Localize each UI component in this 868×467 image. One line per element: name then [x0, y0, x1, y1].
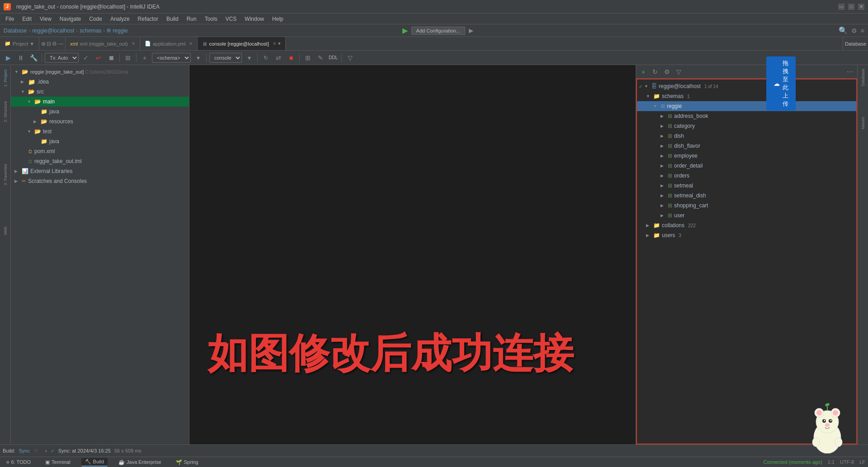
menu-window[interactable]: Window [241, 15, 268, 23]
tree-item-pom[interactable]: 🗋 pom.xml [11, 146, 189, 156]
db-settings-button[interactable]: ⚙ [661, 66, 672, 77]
status-tab-terminal[interactable]: ▣ Terminal [42, 458, 74, 466]
console-arrow[interactable]: ▾ [244, 52, 255, 63]
db-item-users[interactable]: ▶ 📁 users 3 [637, 230, 856, 240]
add-row-button[interactable]: + [139, 52, 150, 63]
menu-vcs[interactable]: VCS [222, 15, 241, 23]
menu-navigate[interactable]: Navigate [56, 15, 85, 23]
tree-item-resources[interactable]: ▶ 📂 resources [11, 117, 189, 126]
stop-red-button[interactable]: ■ [286, 52, 297, 63]
schema-dropdown[interactable]: <schema> [152, 53, 191, 63]
tree-item-iml[interactable]: 🗋 reggie_take_out.iml [11, 156, 189, 166]
status-tab-java-enterprise[interactable]: ☕ Java Enterprise [115, 458, 165, 466]
db-add-button[interactable]: + [638, 66, 649, 77]
sync-button[interactable]: ⇄ [273, 52, 284, 63]
tx-dropdown[interactable]: Tx: Auto [45, 53, 79, 63]
breadcrumb-database[interactable]: Database [4, 28, 27, 34]
gutter-favorites-tab[interactable]: 2: Favorites [2, 161, 9, 188]
db-item-setmeal[interactable]: ▶ ⊞ setmeal [637, 181, 856, 191]
breadcrumb-reggie[interactable]: reggie [113, 28, 127, 34]
stop-button[interactable]: ⏸ [15, 52, 26, 63]
db-item-address-book[interactable]: ▶ ⊞ address_book [637, 111, 856, 121]
commit-button[interactable]: ✓ [80, 52, 91, 63]
menu-analyze[interactable]: Analyze [107, 15, 133, 23]
edit-button[interactable]: ✎ [315, 52, 326, 63]
tree-item-reggie-root[interactable]: ▼ 📂 reggie [reggie_take_out] C:\Users\29… [11, 67, 189, 77]
db-item-schemas[interactable]: ▼ 📁 schemas 1 [637, 91, 856, 101]
breadcrumb-schemas[interactable]: schemas [80, 28, 101, 34]
yml-tab-close[interactable]: ✕ [189, 41, 193, 46]
collapse-btn[interactable]: › [45, 448, 47, 453]
status-tab-todo[interactable]: ≡ 6: TODO [3, 458, 34, 466]
tab-yml[interactable]: 📄 application.yml ✕ [140, 37, 198, 50]
table-button[interactable]: ⊞ [302, 52, 313, 63]
gutter-web-tab[interactable]: Web [2, 224, 9, 238]
gutter-structure-tab[interactable]: 2: Structure [2, 98, 9, 125]
tab-xml[interactable]: xml xml (reggie_take_out) ✕ [66, 37, 140, 50]
more-icon[interactable]: ▶ [469, 27, 473, 34]
console-tab-close[interactable]: ✕ [273, 41, 276, 46]
menu-build[interactable]: Build [163, 15, 182, 23]
status-tab-spring[interactable]: 🌱 Spring [172, 458, 202, 466]
console-dropdown[interactable]: console [209, 53, 242, 63]
add-icon[interactable]: ⊕ [41, 41, 46, 47]
tree-item-main[interactable]: ▼ 📂 main [11, 97, 189, 107]
maximize-button[interactable]: □ [848, 4, 854, 10]
add-config-button[interactable]: Add Configuration... [411, 27, 465, 35]
cancel-exec-button[interactable]: ⏹ [106, 52, 117, 63]
tree-item-test[interactable]: ▼ 📂 test [11, 126, 189, 136]
menu-run[interactable]: Run [183, 15, 200, 23]
search-icon[interactable]: 🔍 [839, 26, 848, 35]
db-item-order-detail[interactable]: ▶ ⊞ order_detail [637, 161, 856, 171]
status-tab-build[interactable]: 🔨 Build [81, 458, 108, 467]
close-button[interactable]: ✕ [858, 4, 864, 10]
menu-file[interactable]: File [2, 15, 18, 23]
db-item-reggie[interactable]: ▼ ⊞ reggie [637, 101, 856, 111]
tree-item-idea[interactable]: ▶ 📁 .idea [11, 77, 189, 87]
tree-item-java-main[interactable]: 📁 java [11, 107, 189, 117]
schema-arrow[interactable]: ▾ [193, 52, 203, 63]
settings-icon[interactable]: ≡ [861, 27, 864, 34]
db-filter-button[interactable]: ▽ [673, 66, 684, 77]
gutter-maven-tab[interactable]: Maven [860, 115, 866, 131]
run-button[interactable]: ▶ [3, 52, 14, 63]
upload-button[interactable]: ☁ 拖拽至此上传 [766, 56, 796, 111]
filter-button[interactable]: ▽ [344, 52, 355, 63]
rollback-button[interactable]: ↩ [93, 52, 104, 63]
sync-link[interactable]: Sync [19, 448, 30, 453]
settings-small-icon[interactable]: ⚙ [52, 41, 57, 47]
menu-tools[interactable]: Tools [201, 15, 221, 23]
refresh-button[interactable]: ↻ [260, 52, 271, 63]
db-item-collations[interactable]: ▶ 📁 collations 222 [637, 220, 856, 230]
tree-item-scratches[interactable]: ▶ ✏ Scratches and Consoles [11, 176, 189, 186]
db-more-button[interactable]: ⋯ [844, 66, 855, 77]
menu-help[interactable]: Help [269, 15, 287, 23]
describe-button[interactable]: DDL [328, 52, 339, 63]
xml-tab-close[interactable]: ✕ [132, 41, 135, 46]
table-view-button[interactable]: ⊞ [123, 52, 133, 63]
db-refresh-button[interactable]: ↻ [650, 66, 660, 77]
db-item-host[interactable]: ✓ ▼ 🗄 reggie@localhost 1 of 14 [637, 81, 856, 91]
tab-console[interactable]: 🖥 console [reggie@localhost] ✕ ▾ [198, 37, 285, 50]
collapse-icon[interactable]: ⊟ [47, 41, 51, 47]
db-item-category[interactable]: ▶ ⊞ category [637, 121, 856, 131]
execute-button[interactable]: 🔧 [28, 52, 39, 63]
breadcrumb-host[interactable]: reggie@localhost [32, 28, 74, 34]
tab-project[interactable]: 📁 Project ▼ [0, 37, 39, 50]
tree-item-java-test[interactable]: 📁 java [11, 136, 189, 146]
db-item-shopping-cart[interactable]: ▶ ⊞ shopping_cart [637, 201, 856, 210]
tree-item-src[interactable]: ▼ 📂 src [11, 87, 189, 97]
run-icon[interactable]: ▶ [402, 26, 408, 35]
gutter-database-tab[interactable]: Database [860, 67, 866, 88]
tab-db-label[interactable]: Database [843, 37, 868, 50]
gear-icon[interactable]: ⚙ [851, 27, 857, 34]
menu-code[interactable]: Code [85, 15, 106, 23]
db-item-user[interactable]: ▶ ⊞ user [637, 210, 856, 220]
db-item-dish[interactable]: ▶ ⊞ dish [637, 131, 856, 141]
menu-refactor[interactable]: Refactor [134, 15, 162, 23]
db-item-setmeal-dish[interactable]: ▶ ⊞ setmeal_dish [637, 191, 856, 201]
gutter-project-tab[interactable]: 1: Project [2, 67, 9, 89]
db-item-employee[interactable]: ▶ ⊞ employee [637, 151, 856, 161]
tab-dropdown-icon[interactable]: ▾ [278, 41, 281, 47]
menu-edit[interactable]: Edit [19, 15, 35, 23]
